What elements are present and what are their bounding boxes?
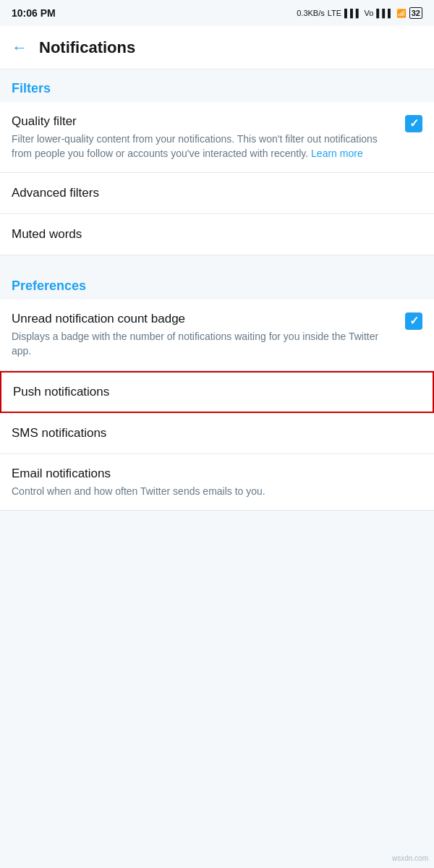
page-header: ← Notifications — [0, 26, 434, 69]
section-spacer — [0, 255, 434, 267]
wifi-icon: 📶 — [396, 9, 407, 18]
watermark: wsxdn.com — [392, 854, 428, 862]
preferences-section-header: Preferences — [0, 267, 434, 299]
status-time: 10:06 PM — [12, 7, 56, 19]
quality-filter-item[interactable]: Quality filter Filter lower-quality cont… — [0, 102, 434, 173]
unread-badge-checkbox[interactable]: ✓ — [405, 312, 422, 330]
email-notifications-item[interactable]: Email notifications Control when and how… — [0, 454, 434, 511]
muted-words-item[interactable]: Muted words — [0, 214, 434, 255]
advanced-filters-item[interactable]: Advanced filters — [0, 173, 434, 214]
push-notifications-content: Push notifications — [13, 384, 421, 400]
unread-badge-checkmark: ✓ — [409, 315, 419, 327]
signal-icon-2: ▌▌▌ — [376, 9, 393, 17]
email-notifications-content: Email notifications Control when and how… — [12, 466, 422, 499]
unread-badge-checkbox-box[interactable]: ✓ — [405, 312, 422, 330]
quality-filter-content: Quality filter Filter lower-quality cont… — [12, 114, 405, 161]
volte-icon: Vo — [365, 9, 374, 17]
advanced-filters-title: Advanced filters — [12, 186, 422, 200]
unread-badge-title: Unread notification count badge — [12, 311, 396, 327]
quality-filter-checkmark: ✓ — [409, 118, 419, 129]
email-notifications-desc: Control when and how often Twitter sends… — [12, 485, 414, 499]
preferences-section-title: Preferences — [12, 278, 86, 293]
signal-icon-1: ▌▌▌ — [344, 9, 361, 17]
quality-filter-checkbox-box[interactable]: ✓ — [405, 115, 422, 132]
page-title: Notifications — [39, 38, 135, 57]
filters-section-header: Filters — [0, 69, 434, 102]
muted-words-title: Muted words — [12, 227, 422, 242]
unread-badge-content: Unread notification count badge Displays… — [12, 311, 405, 358]
status-bar: 10:06 PM 0.3KB/s LTE ▌▌▌ Vo ▌▌▌ 📶 32 — [0, 0, 434, 26]
battery-icon: 32 — [409, 7, 422, 19]
push-notifications-item[interactable]: Push notifications — [0, 371, 434, 413]
unread-badge-item[interactable]: Unread notification count badge Displays… — [0, 299, 434, 370]
learn-more-link[interactable]: Learn more — [311, 148, 363, 159]
push-notifications-title: Push notifications — [13, 384, 412, 400]
lte-icon: LTE — [328, 9, 341, 17]
sms-notifications-item[interactable]: SMS notifications — [0, 413, 434, 454]
quality-filter-checkbox[interactable]: ✓ — [405, 115, 422, 132]
filters-section-title: Filters — [12, 81, 51, 95]
back-button[interactable]: ← — [12, 40, 27, 56]
email-notifications-title: Email notifications — [12, 466, 414, 482]
unread-badge-desc: Displays a badge with the number of noti… — [12, 330, 396, 358]
quality-filter-title: Quality filter — [12, 114, 396, 129]
quality-filter-desc: Filter lower-quality content from your n… — [12, 132, 396, 161]
network-speed: 0.3KB/s — [297, 9, 325, 17]
status-icons: 0.3KB/s LTE ▌▌▌ Vo ▌▌▌ 📶 32 — [297, 7, 422, 19]
sms-notifications-title: SMS notifications — [12, 426, 422, 441]
